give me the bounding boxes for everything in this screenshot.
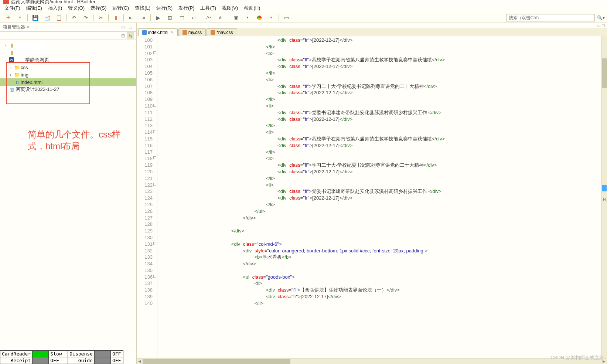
menu-edit[interactable]: 编辑(E) xyxy=(23,4,45,12)
menu-bar: 文件(F) 编辑(E) 插入(I) 转义(O) 选择(S) 跳转(G) 查找(L… xyxy=(0,4,607,13)
hscroll-thumb[interactable] xyxy=(143,359,290,364)
copy-icon[interactable]: 📋 xyxy=(55,14,63,22)
save-all-icon[interactable]: 📑 xyxy=(43,14,51,22)
editor-area: ▭ ▢ index.html✕ my.css *nav.css 10010110… xyxy=(137,23,607,364)
tool-bar: + ▼ 💾 📑 📋 ↶ ↷ ✂ ▮ ⇤ ⇥ ▶ ⊞ ◫ ↩ A+ A- ▣ ▼ … xyxy=(0,13,607,23)
html-file-icon xyxy=(142,30,147,35)
new-icon[interactable]: + xyxy=(4,14,12,22)
sidebar: 项目管理器 ✕ ▭ ▢ ⊟ ⇆ ›▮ ▮ ⌄W学静态网页 ›📁css ›📁img… xyxy=(0,23,137,364)
indent-left-icon[interactable]: ⇤ xyxy=(127,14,135,22)
bookmark-icon[interactable]: ▮ xyxy=(112,14,120,22)
menu-find[interactable]: 查找(L) xyxy=(132,4,153,12)
menu-file[interactable]: 文件(F) xyxy=(1,4,23,12)
dock-button[interactable] xyxy=(602,185,607,191)
menu-run[interactable]: 运行(R) xyxy=(153,4,175,12)
window-title: 西南大学静态网页/index.html - HBuilder xyxy=(11,0,95,4)
tree-item[interactable]: ›▮ xyxy=(0,41,136,49)
tab-index-html[interactable]: index.html✕ xyxy=(138,28,178,36)
menu-tools[interactable]: 工具(T) xyxy=(197,4,219,12)
max-icon[interactable]: ▢ xyxy=(601,23,605,27)
tree-project[interactable]: ⌄W学静态网页 xyxy=(0,56,136,64)
format-icon[interactable]: ⊞ xyxy=(166,14,174,22)
panel-close-icon[interactable]: ✕ xyxy=(27,25,30,30)
grid-cell: Dispense xyxy=(68,351,95,357)
grid-cell: Guide xyxy=(68,357,95,364)
close-tab-icon[interactable]: ✕ xyxy=(171,30,174,34)
grid-cell-grey xyxy=(94,357,110,364)
grid-cell-green xyxy=(33,351,49,357)
grid-cell: OFF xyxy=(110,357,123,364)
code-content[interactable]: <div class="fr">[2022-12-17]</div> </li>… xyxy=(157,36,601,358)
menu-goto[interactable]: 跳转(G) xyxy=(109,4,132,12)
dropdown-icon[interactable]: ▼ xyxy=(16,14,24,22)
search-box: 🔍▾ xyxy=(506,14,605,21)
title-bar: 西南大学静态网页/index.html - HBuilder xyxy=(0,0,607,4)
font-inc-icon[interactable]: A+ xyxy=(205,14,213,22)
grid-cell: Receipt xyxy=(0,357,33,364)
watermark: CSDN @架构师全栈之路 xyxy=(550,354,604,361)
status-grid: CardReader Slow Dispense OFF Receipt OFF… xyxy=(0,350,136,364)
panel-toolbar: ⊟ ⇆ xyxy=(0,32,136,40)
search-input[interactable] xyxy=(506,14,595,21)
tree-folder-img[interactable]: ›📁img xyxy=(0,71,136,78)
font-dec-icon[interactable]: A- xyxy=(216,14,225,22)
link-editor-icon[interactable]: ⇆ xyxy=(127,33,134,39)
project-tree[interactable]: ›▮ ▮ ⌄W学静态网页 ›📁css ›📁img ◧index.html 🗑网页… xyxy=(0,40,136,350)
grid-cell-grey xyxy=(94,351,110,357)
grid-cell: Slow xyxy=(49,351,68,357)
grid-cell: OFF xyxy=(110,351,123,357)
split-icon[interactable]: ◫ xyxy=(178,14,186,22)
css-file-icon xyxy=(211,30,215,35)
editor-top-bar: ▭ ▢ xyxy=(137,23,607,28)
wrap-icon[interactable]: ↩ xyxy=(190,14,198,22)
maximize-icon[interactable]: ▢ xyxy=(127,25,133,30)
indent-right-icon[interactable]: ⇥ xyxy=(139,14,147,22)
menu-escape[interactable]: 转义(O) xyxy=(65,4,88,12)
scroll-left-icon[interactable]: ◀ xyxy=(137,358,143,364)
menu-view[interactable]: 视图(V) xyxy=(219,4,241,12)
tab-nav-css[interactable]: *nav.css xyxy=(207,28,237,36)
undo-icon[interactable]: ↶ xyxy=(70,14,78,22)
cut-icon[interactable]: ✂ xyxy=(97,14,105,22)
tree-file-doc[interactable]: 🗑网页设计2022-11-27 xyxy=(0,86,136,93)
css-file-icon xyxy=(183,30,187,35)
code-viewport[interactable]: 100101102-103104105106107108109110-11111… xyxy=(137,36,607,358)
grid-cell: CardReader xyxy=(0,351,33,357)
menu-insert[interactable]: 插入(I) xyxy=(45,4,65,12)
save-icon[interactable]: 💾 xyxy=(31,14,39,22)
grid-cell-grey xyxy=(33,357,49,364)
browser-icon[interactable]: ▣ xyxy=(232,14,240,22)
tree-folder-css[interactable]: ›📁css xyxy=(0,64,136,71)
terminal-icon[interactable]: ▭ xyxy=(282,14,290,22)
minimize-icon[interactable]: ▭ xyxy=(120,25,126,30)
horizontal-scrollbar[interactable]: ◀ ▶ xyxy=(137,358,607,364)
chrome-icon[interactable] xyxy=(255,14,263,22)
dock-label: H xyxy=(603,197,606,201)
line-gutter: 100101102-103104105106107108109110-11111… xyxy=(137,36,157,358)
run-icon[interactable]: ▶ xyxy=(154,14,162,22)
menu-help[interactable]: 帮助(H) xyxy=(241,4,263,12)
tab-my-css[interactable]: my.css xyxy=(178,28,206,36)
menu-select[interactable]: 选择(S) xyxy=(88,4,109,12)
panel-title: 项目管理器 xyxy=(3,24,25,30)
editor-tabs: index.html✕ my.css *nav.css xyxy=(137,28,607,36)
tree-file-index[interactable]: ◧index.html xyxy=(0,78,136,86)
app-icon xyxy=(3,0,9,4)
tree-item[interactable]: ▮ xyxy=(0,49,136,56)
search-icon[interactable]: 🔍▾ xyxy=(597,15,605,20)
collapse-icon[interactable]: ⊟ xyxy=(119,33,127,39)
dropdown2-icon[interactable]: ▼ xyxy=(243,14,252,22)
panel-header: 项目管理器 ✕ ▭ ▢ xyxy=(0,23,136,32)
dropdown3-icon[interactable]: ▼ xyxy=(267,14,275,22)
right-dock: H xyxy=(602,182,607,204)
min-icon[interactable]: ▭ xyxy=(597,23,600,27)
menu-publish[interactable]: 发行(P) xyxy=(175,4,197,12)
redo-icon[interactable]: ↷ xyxy=(82,14,90,22)
annotation-text: 简单的几个文件。css样式，html布局 xyxy=(28,129,136,152)
scroll-thumb[interactable] xyxy=(602,58,607,88)
grid-cell: OFF xyxy=(49,357,68,364)
